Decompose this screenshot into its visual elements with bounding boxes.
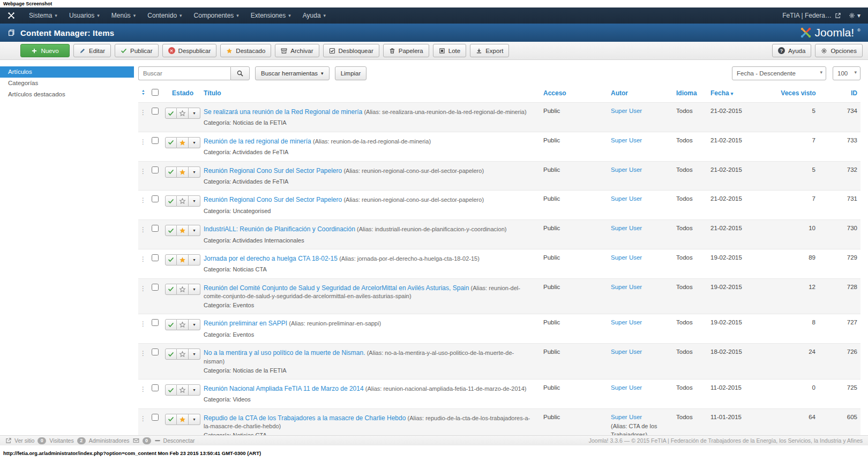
drag-handle[interactable]: ⋮ bbox=[138, 284, 148, 292]
edit-button[interactable]: Editar bbox=[73, 44, 111, 57]
feature-toggle[interactable] bbox=[177, 195, 189, 207]
joomla-navbar-logo-icon[interactable] bbox=[0, 12, 23, 19]
mail-icon[interactable] bbox=[133, 437, 139, 444]
status-dropdown[interactable]: ▾ bbox=[189, 166, 200, 178]
status-dropdown[interactable]: ▾ bbox=[189, 195, 200, 207]
search-button[interactable] bbox=[230, 66, 250, 80]
drag-handle[interactable]: ⋮ bbox=[138, 254, 148, 263]
author-link[interactable]: Super User bbox=[611, 348, 642, 355]
view-site-footer-link[interactable]: Ver sitio bbox=[5, 437, 34, 444]
status-dropdown[interactable]: ▾ bbox=[189, 319, 200, 330]
logout-link[interactable]: Desconectar bbox=[154, 437, 195, 444]
feature-toggle[interactable] bbox=[177, 254, 189, 266]
drag-handle[interactable]: ⋮ bbox=[138, 108, 148, 116]
feature-toggle[interactable] bbox=[177, 108, 189, 119]
row-checkbox[interactable] bbox=[152, 195, 159, 202]
row-checkbox[interactable] bbox=[152, 225, 159, 232]
feature-toggle[interactable] bbox=[177, 284, 189, 295]
sidebar-item-categorias[interactable]: Categorías bbox=[0, 78, 134, 89]
status-dropdown[interactable]: ▾ bbox=[189, 284, 200, 295]
publish-toggle[interactable] bbox=[165, 284, 177, 295]
status-dropdown[interactable]: ▾ bbox=[189, 254, 200, 266]
view-site-link[interactable]: FeTIA | Federa… bbox=[782, 12, 841, 19]
row-checkbox[interactable] bbox=[152, 384, 159, 391]
row-checkbox[interactable] bbox=[152, 166, 159, 173]
sidebar-item-articulos[interactable]: Artículos bbox=[0, 66, 134, 78]
author-link[interactable]: Super User bbox=[611, 384, 642, 391]
publish-toggle[interactable] bbox=[165, 384, 177, 396]
unpublish-button[interactable]: Despublicar bbox=[162, 44, 217, 57]
search-input[interactable] bbox=[138, 66, 230, 80]
header-autor[interactable]: Autor bbox=[611, 89, 676, 97]
menu-ayuda[interactable]: Ayuda▾ bbox=[297, 7, 332, 24]
batch-button[interactable]: Lote bbox=[433, 44, 466, 57]
menu-contenido[interactable]: Contenido▾ bbox=[141, 7, 188, 24]
status-dropdown[interactable]: ▾ bbox=[189, 137, 200, 148]
drag-handle[interactable]: ⋮ bbox=[138, 319, 148, 328]
per-page-select[interactable]: 100 bbox=[833, 66, 860, 80]
status-dropdown[interactable]: ▾ bbox=[189, 348, 200, 360]
article-title-link[interactable]: IndustriALL: Reunión de Planificación y … bbox=[204, 225, 355, 233]
publish-toggle[interactable] bbox=[165, 348, 177, 360]
row-checkbox[interactable] bbox=[152, 254, 159, 261]
publish-toggle[interactable] bbox=[165, 195, 177, 207]
author-link[interactable]: Super User bbox=[611, 225, 642, 231]
header-fecha[interactable]: Fecha▾ bbox=[710, 89, 766, 97]
author-link[interactable]: Super User bbox=[611, 284, 642, 290]
feature-toggle[interactable] bbox=[177, 348, 189, 360]
feature-toggle[interactable] bbox=[177, 414, 189, 425]
publish-toggle[interactable] bbox=[165, 166, 177, 178]
author-link[interactable]: Super User bbox=[611, 414, 642, 420]
feature-toggle[interactable] bbox=[177, 137, 189, 148]
menu-componentes[interactable]: Componentes▾ bbox=[188, 7, 245, 24]
header-id[interactable]: ID bbox=[830, 89, 860, 97]
drag-handle[interactable]: ⋮ bbox=[138, 384, 148, 393]
drag-handle[interactable]: ⋮ bbox=[138, 195, 148, 204]
header-estado[interactable]: Estado bbox=[162, 89, 204, 97]
menu-sistema[interactable]: Sistema▾ bbox=[23, 7, 63, 24]
article-title-link[interactable]: Jornada por el derecho a huelga CTA 18-0… bbox=[204, 255, 338, 262]
publish-toggle[interactable] bbox=[165, 319, 177, 330]
status-dropdown[interactable]: ▾ bbox=[189, 108, 200, 119]
feature-toggle[interactable] bbox=[177, 319, 189, 330]
trash-button[interactable]: Papelera bbox=[383, 44, 429, 57]
header-idioma[interactable]: Idioma bbox=[676, 89, 710, 97]
status-dropdown[interactable]: ▾ bbox=[189, 414, 200, 425]
drag-handle[interactable]: ⋮ bbox=[138, 137, 148, 146]
sidebar-item-articulos-destacados[interactable]: Artículos destacados bbox=[0, 89, 134, 100]
options-button[interactable]: Opciones bbox=[815, 44, 863, 57]
publish-toggle[interactable] bbox=[165, 225, 177, 236]
article-title-link[interactable]: Reunión Regional Cono Sur del Sector Pap… bbox=[204, 196, 342, 203]
article-title-link[interactable]: Reunión Nacional Ampliada FeTIA 11 de Ma… bbox=[204, 385, 364, 392]
article-title-link[interactable]: Repudio de la CTA de los Trabajadores a … bbox=[204, 414, 406, 422]
menu-menus[interactable]: Menús▾ bbox=[106, 7, 142, 24]
publish-toggle[interactable] bbox=[165, 414, 177, 425]
article-title-link[interactable]: Reunión de la red regional de minería bbox=[204, 138, 311, 145]
publish-toggle[interactable] bbox=[165, 108, 177, 119]
menu-usuarios[interactable]: Usuarios▾ bbox=[63, 7, 106, 24]
article-title-link[interactable]: Reunión del Comité Conjunto de Salud y S… bbox=[204, 284, 469, 292]
user-settings-menu[interactable]: ▾ bbox=[849, 12, 860, 19]
author-link[interactable]: Super User bbox=[611, 254, 642, 261]
article-title-link[interactable]: Reunión preliminar en SAPPI bbox=[204, 320, 287, 327]
publish-toggle[interactable] bbox=[165, 137, 177, 148]
help-button[interactable]: ?Ayuda bbox=[772, 44, 811, 57]
feature-toggle[interactable] bbox=[177, 225, 189, 236]
article-title-link[interactable]: Reunión Regional Cono Sur del Sector Pap… bbox=[204, 167, 342, 175]
new-button[interactable]: Nuevo bbox=[20, 44, 70, 57]
drag-handle[interactable]: ⋮ bbox=[138, 414, 148, 422]
header-veces-visto[interactable]: Veces visto bbox=[766, 89, 830, 97]
row-checkbox[interactable] bbox=[152, 414, 159, 421]
author-link[interactable]: Super User bbox=[611, 195, 642, 202]
row-checkbox[interactable] bbox=[152, 137, 159, 144]
drag-handle[interactable]: ⋮ bbox=[138, 348, 148, 357]
ordering-sort-header[interactable] bbox=[138, 89, 148, 97]
header-acceso[interactable]: Acceso bbox=[542, 89, 611, 97]
author-link[interactable]: Super User bbox=[611, 108, 642, 114]
author-link[interactable]: Super User bbox=[611, 137, 642, 143]
drag-handle[interactable]: ⋮ bbox=[138, 225, 148, 233]
article-title-link[interactable]: No a la mentira y al uso político de la … bbox=[204, 349, 365, 357]
article-title-link[interactable]: Se realizará una reunión de la Red Regio… bbox=[204, 108, 362, 116]
clear-button[interactable]: Limpiar bbox=[335, 66, 367, 80]
row-checkbox[interactable] bbox=[152, 348, 159, 355]
